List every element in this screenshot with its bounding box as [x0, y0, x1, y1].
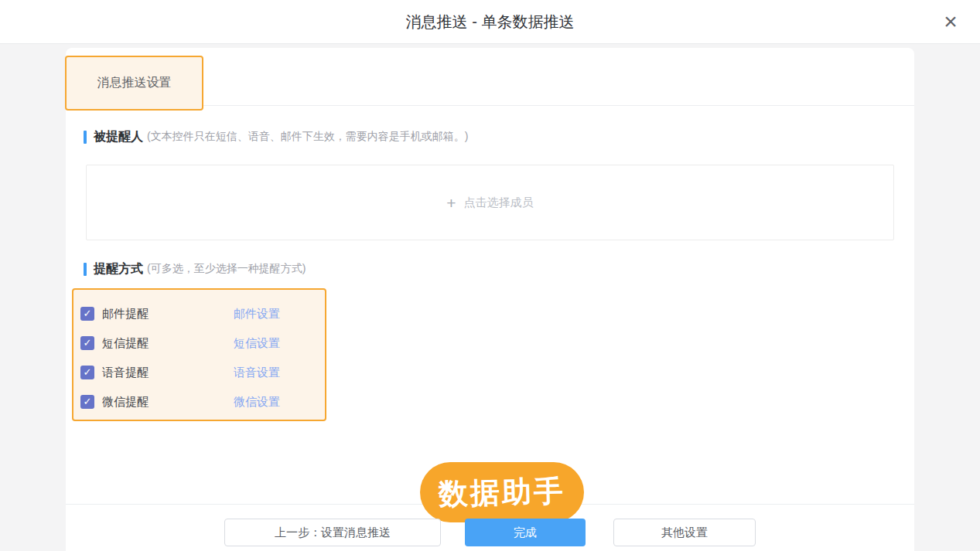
message-push-dialog: 消息推送 - 单条数据推送 × 消息推送设置 被提醒人 (文本控件只在短信、语音…	[0, 0, 980, 551]
remind-option-row-wechat: ✓ 微信提醒 微信设置	[80, 387, 325, 417]
plus-icon: +	[446, 195, 456, 211]
recipient-section-title: 被提醒人	[94, 129, 143, 145]
member-select-label: 点击选择成员	[464, 196, 534, 210]
prev-step-button[interactable]: 上一步：设置消息推送	[224, 519, 441, 546]
option-label: 语音提醒	[102, 366, 234, 380]
voice-settings-link[interactable]: 语音设置	[234, 366, 280, 380]
tab-message-push-settings[interactable]: 消息推送设置	[65, 56, 203, 111]
option-label: 邮件提醒	[102, 307, 234, 321]
settings-panel: 消息推送设置 被提醒人 (文本控件只在短信、语音、邮件下生效，需要内容是手机或邮…	[66, 48, 914, 551]
other-settings-button[interactable]: 其他设置	[613, 519, 756, 546]
remind-method-section-header: 提醒方式 (可多选，至少选择一种提醒方式)	[84, 261, 306, 277]
email-settings-link[interactable]: 邮件设置	[234, 307, 280, 321]
checkbox-sms[interactable]: ✓	[80, 336, 94, 350]
wechat-settings-link[interactable]: 微信设置	[234, 395, 280, 410]
remind-option-row-voice: ✓ 语音提醒 语音设置	[80, 358, 325, 387]
tab-label: 消息推送设置	[97, 75, 172, 91]
checkbox-wechat[interactable]: ✓	[80, 395, 94, 409]
section-bar-icon	[84, 263, 87, 276]
close-icon[interactable]: ×	[937, 9, 965, 36]
checkbox-email[interactable]: ✓	[80, 307, 94, 321]
remind-method-title: 提醒方式	[94, 261, 143, 277]
remind-method-note: (可多选，至少选择一种提醒方式)	[147, 262, 306, 276]
option-label: 微信提醒	[102, 395, 234, 410]
data-assistant-watermark: 数据助手	[420, 462, 584, 522]
dialog-title: 消息推送 - 单条数据推送	[0, 0, 980, 44]
remind-option-row-email: ✓ 邮件提醒 邮件设置	[80, 299, 325, 328]
section-bar-icon	[84, 131, 87, 144]
watermark-label: 数据助手	[438, 471, 565, 513]
recipient-section-header: 被提醒人 (文本控件只在短信、语音、邮件下生效，需要内容是手机或邮箱。)	[84, 129, 468, 145]
remind-option-row-sms: ✓ 短信提醒 短信设置	[80, 328, 325, 358]
checkbox-voice[interactable]: ✓	[80, 366, 94, 379]
option-label: 短信提醒	[102, 336, 234, 351]
dialog-header: 消息推送 - 单条数据推送 ×	[0, 0, 980, 44]
finish-button[interactable]: 完成	[465, 519, 586, 546]
sms-settings-link[interactable]: 短信设置	[234, 336, 280, 351]
remind-options-highlight-box: ✓ 邮件提醒 邮件设置 ✓ 短信提醒 短信设置 ✓ 语音提醒 语音设置 ✓ 微信…	[72, 288, 326, 421]
member-select-box[interactable]: + 点击选择成员	[86, 165, 894, 240]
recipient-section-note: (文本控件只在短信、语音、邮件下生效，需要内容是手机或邮箱。)	[147, 130, 468, 144]
